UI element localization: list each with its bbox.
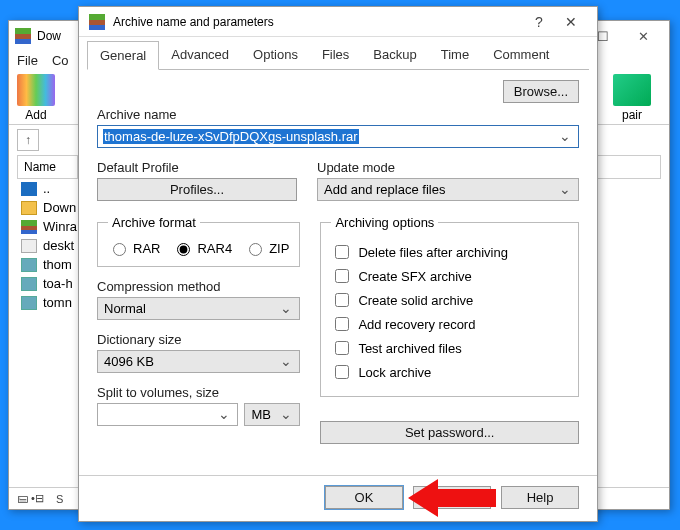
set-password-button[interactable]: Set password... bbox=[320, 421, 579, 444]
chk-delete-after[interactable]: Delete files after archiving bbox=[331, 242, 568, 262]
dialog-titlebar: Archive name and parameters ? ✕ bbox=[79, 7, 597, 37]
radio-rar[interactable]: RAR bbox=[108, 240, 160, 256]
menu-file[interactable]: File bbox=[17, 53, 38, 68]
tab-general[interactable]: General bbox=[87, 41, 159, 70]
col-name[interactable]: Name bbox=[18, 156, 78, 178]
tab-comment[interactable]: Comment bbox=[481, 41, 561, 69]
status-selection: S bbox=[56, 493, 63, 505]
dictionary-select[interactable]: 4096 KB bbox=[97, 350, 300, 373]
ok-button[interactable]: OK bbox=[325, 486, 403, 509]
chk-test[interactable]: Test archived files bbox=[331, 338, 568, 358]
update-mode-select[interactable]: Add and replace files bbox=[317, 178, 579, 201]
dictionary-label: Dictionary size bbox=[97, 332, 300, 347]
tool-repair[interactable]: pair bbox=[613, 74, 651, 122]
archive-format-legend: Archive format bbox=[108, 215, 200, 230]
winrar-icon bbox=[15, 28, 31, 44]
archive-dialog: Archive name and parameters ? ✕ General … bbox=[78, 6, 598, 522]
chk-solid[interactable]: Create solid archive bbox=[331, 290, 568, 310]
split-size-input[interactable] bbox=[97, 403, 238, 426]
status-drive-icon: 🖴 •⊟ bbox=[17, 492, 44, 505]
archive-name-label: Archive name bbox=[97, 107, 579, 122]
winrar-icon bbox=[89, 14, 105, 30]
main-close-button[interactable]: ✕ bbox=[623, 24, 663, 48]
compression-select[interactable]: Normal bbox=[97, 297, 300, 320]
dialog-help-button[interactable]: ? bbox=[523, 14, 555, 30]
tab-backup[interactable]: Backup bbox=[361, 41, 428, 69]
dialog-title: Archive name and parameters bbox=[113, 15, 274, 29]
tool-add-label: Add bbox=[25, 108, 46, 122]
archive-format-group: Archive format RAR RAR4 ZIP bbox=[97, 215, 300, 267]
dialog-footer: OK Cancel Help bbox=[79, 475, 597, 521]
compression-label: Compression method bbox=[97, 279, 300, 294]
menu-commands[interactable]: Co bbox=[52, 53, 69, 68]
up-button[interactable]: ↑ bbox=[17, 129, 39, 151]
browse-button[interactable]: Browse... bbox=[503, 80, 579, 103]
split-label: Split to volumes, size bbox=[97, 385, 300, 400]
tool-add[interactable]: Add bbox=[17, 74, 55, 122]
chk-recovery[interactable]: Add recovery record bbox=[331, 314, 568, 334]
tab-options[interactable]: Options bbox=[241, 41, 310, 69]
radio-rar4[interactable]: RAR4 bbox=[172, 240, 232, 256]
archive-name-input[interactable]: thomas-de-luze-xSvDfpDQXgs-unsplash.rar bbox=[97, 125, 579, 148]
dialog-tabs: General Advanced Options Files Backup Ti… bbox=[87, 41, 589, 70]
cancel-button[interactable]: Cancel bbox=[413, 486, 491, 509]
tool-repair-label: pair bbox=[622, 108, 642, 122]
tab-advanced[interactable]: Advanced bbox=[159, 41, 241, 69]
archiving-options-group: Archiving options Delete files after arc… bbox=[320, 215, 579, 397]
main-title: Dow bbox=[37, 29, 61, 43]
archive-name-value: thomas-de-luze-xSvDfpDQXgs-unsplash.rar bbox=[103, 129, 359, 144]
radio-zip[interactable]: ZIP bbox=[244, 240, 289, 256]
profiles-button[interactable]: Profiles... bbox=[97, 178, 297, 201]
tab-files[interactable]: Files bbox=[310, 41, 361, 69]
split-unit-select[interactable]: MB bbox=[244, 403, 300, 426]
dialog-close-button[interactable]: ✕ bbox=[555, 14, 587, 30]
help-button[interactable]: Help bbox=[501, 486, 579, 509]
update-mode-label: Update mode bbox=[317, 160, 579, 175]
archiving-options-legend: Archiving options bbox=[331, 215, 438, 230]
chk-sfx[interactable]: Create SFX archive bbox=[331, 266, 568, 286]
default-profile-label: Default Profile bbox=[97, 160, 297, 175]
tab-time[interactable]: Time bbox=[429, 41, 481, 69]
chk-lock[interactable]: Lock archive bbox=[331, 362, 568, 382]
